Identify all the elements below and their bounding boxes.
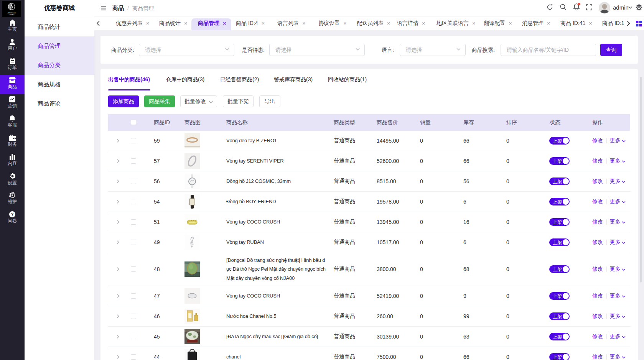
svg-text:?: ?	[11, 212, 14, 217]
